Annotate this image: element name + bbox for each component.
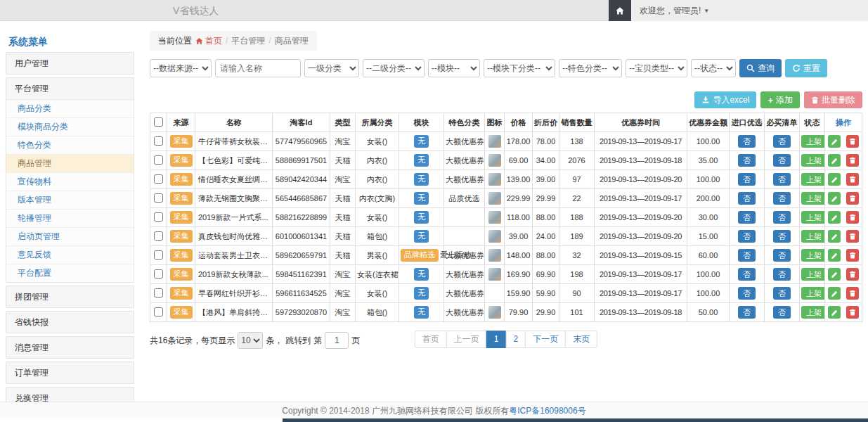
page-button[interactable]: 末页 xyxy=(565,331,597,348)
must-buy-toggle[interactable]: 否 xyxy=(773,268,791,281)
must-buy-toggle[interactable]: 否 xyxy=(773,249,791,262)
row-checkbox[interactable] xyxy=(154,155,163,165)
delete-button[interactable] xyxy=(846,230,859,243)
edit-button[interactable] xyxy=(828,211,841,224)
page-button[interactable]: 上一页 xyxy=(446,331,487,348)
user-menu[interactable]: 欢迎您，管理员! ▼ xyxy=(640,5,709,17)
status-button[interactable]: 上架 xyxy=(801,287,825,300)
product-name-input[interactable] xyxy=(215,59,301,77)
import-select-toggle[interactable]: 否 xyxy=(738,306,756,319)
edit-button[interactable] xyxy=(828,173,841,186)
must-buy-toggle[interactable]: 否 xyxy=(773,230,791,243)
delete-button[interactable] xyxy=(846,287,859,300)
import-excel-button[interactable]: 导入excel xyxy=(694,91,756,108)
must-buy-toggle[interactable]: 否 xyxy=(773,287,791,300)
edit-button[interactable] xyxy=(828,249,841,262)
level2-category-select[interactable]: --二级分类-- xyxy=(363,59,425,77)
row-checkbox[interactable] xyxy=(154,269,163,279)
edit-button[interactable] xyxy=(828,268,841,281)
edit-button[interactable] xyxy=(828,306,841,319)
row-checkbox[interactable] xyxy=(154,231,163,241)
delete-button[interactable] xyxy=(846,173,859,186)
sidebar-item[interactable]: 启动页管理 xyxy=(6,228,134,246)
row-checkbox[interactable] xyxy=(154,288,163,298)
module-select[interactable]: --模块-- xyxy=(428,59,480,77)
delete-button[interactable] xyxy=(846,211,859,224)
sidebar-item[interactable]: 轮播管理 xyxy=(6,210,134,228)
sidebar-group-header[interactable]: 拼团管理 xyxy=(6,286,134,307)
sidebar-group-header[interactable]: 用户管理 xyxy=(6,53,134,74)
status-button[interactable]: 上架 xyxy=(801,135,825,148)
edit-button[interactable] xyxy=(828,154,841,167)
status-button[interactable]: 上架 xyxy=(801,249,825,262)
item-type-select[interactable]: --宝贝类型-- xyxy=(626,59,687,77)
import-select-toggle[interactable]: 否 xyxy=(738,287,756,300)
must-buy-toggle[interactable]: 否 xyxy=(773,306,791,319)
delete-button[interactable] xyxy=(846,192,859,205)
delete-button[interactable] xyxy=(846,135,859,148)
page-button[interactable]: 下一页 xyxy=(525,331,566,348)
page-number-input[interactable] xyxy=(325,332,349,349)
module-sub-category-select[interactable]: --模块下分类-- xyxy=(484,59,555,77)
status-button[interactable]: 上架 xyxy=(801,173,825,186)
row-checkbox[interactable] xyxy=(154,136,163,146)
status-select[interactable]: --状态-- xyxy=(691,59,736,77)
import-select-toggle[interactable]: 否 xyxy=(738,154,756,167)
must-buy-toggle[interactable]: 否 xyxy=(773,154,791,167)
import-select-toggle[interactable]: 否 xyxy=(738,249,756,262)
sidebar-item[interactable]: 特色分类 xyxy=(6,136,134,155)
row-checkbox[interactable] xyxy=(154,212,163,222)
import-select-toggle[interactable]: 否 xyxy=(738,230,756,243)
search-button[interactable]: 查询 xyxy=(739,59,782,77)
import-select-toggle[interactable]: 否 xyxy=(738,135,756,148)
edit-button[interactable] xyxy=(828,230,841,243)
breadcrumb-home-link[interactable]: 首页 xyxy=(195,36,222,46)
must-buy-toggle[interactable]: 否 xyxy=(773,173,791,186)
batch-delete-button[interactable]: 批量删除 xyxy=(804,91,862,108)
status-button[interactable]: 上架 xyxy=(801,230,825,243)
breadcrumb-item[interactable]: 平台管理 xyxy=(231,36,265,46)
delete-button[interactable] xyxy=(846,249,859,262)
page-button[interactable]: 2 xyxy=(506,331,526,348)
delete-button[interactable] xyxy=(846,268,859,281)
delete-button[interactable] xyxy=(846,154,859,167)
data-source-select[interactable]: --数据来源-- xyxy=(150,59,212,77)
must-buy-toggle[interactable]: 否 xyxy=(773,135,791,148)
row-checkbox[interactable] xyxy=(154,250,163,260)
level1-category-select[interactable]: 一级分类 xyxy=(304,59,359,77)
feature-category-select[interactable]: --特色分类-- xyxy=(559,59,622,77)
status-button[interactable]: 上架 xyxy=(801,268,825,281)
sidebar-item[interactable]: 商品分类 xyxy=(6,100,134,118)
sidebar-item[interactable]: 意见反馈 xyxy=(6,246,134,264)
horizontal-scrollbar-thumb[interactable] xyxy=(283,418,868,422)
page-button[interactable]: 1 xyxy=(486,331,507,348)
status-button[interactable]: 上架 xyxy=(801,154,825,167)
sidebar-item[interactable]: 平台配置 xyxy=(6,264,134,282)
edit-button[interactable] xyxy=(828,192,841,205)
sidebar-item[interactable]: 商品管理 xyxy=(6,155,134,173)
sidebar-group-header[interactable]: 平台管理 xyxy=(6,78,134,99)
import-select-toggle[interactable]: 否 xyxy=(738,268,756,281)
import-select-toggle[interactable]: 否 xyxy=(738,173,756,186)
import-select-toggle[interactable]: 否 xyxy=(738,211,756,224)
status-button[interactable]: 上架 xyxy=(801,211,825,224)
add-button[interactable]: + 添加 xyxy=(760,91,800,108)
row-checkbox[interactable] xyxy=(154,193,163,203)
per-page-select[interactable]: 10 xyxy=(238,332,263,349)
status-button[interactable]: 上架 xyxy=(801,306,825,319)
row-checkbox[interactable] xyxy=(154,307,163,316)
delete-button[interactable] xyxy=(846,306,859,319)
sidebar-group-header[interactable]: 省钱快报 xyxy=(6,312,134,333)
page-button[interactable]: 首页 xyxy=(415,331,447,348)
home-button[interactable] xyxy=(609,0,631,21)
sidebar-group-header[interactable]: 订单管理 xyxy=(6,362,134,383)
sidebar-group-header[interactable]: 消息管理 xyxy=(6,337,134,358)
icp-link[interactable]: 粤ICP备16098006号 xyxy=(509,406,585,416)
import-select-toggle[interactable]: 否 xyxy=(738,192,756,205)
sidebar-item[interactable]: 模块商品分类 xyxy=(6,118,134,136)
edit-button[interactable] xyxy=(828,135,841,148)
row-checkbox[interactable] xyxy=(154,174,163,184)
sidebar-item[interactable]: 版本管理 xyxy=(6,191,134,210)
edit-button[interactable] xyxy=(828,287,841,300)
reset-button[interactable]: 重置 xyxy=(785,59,827,77)
